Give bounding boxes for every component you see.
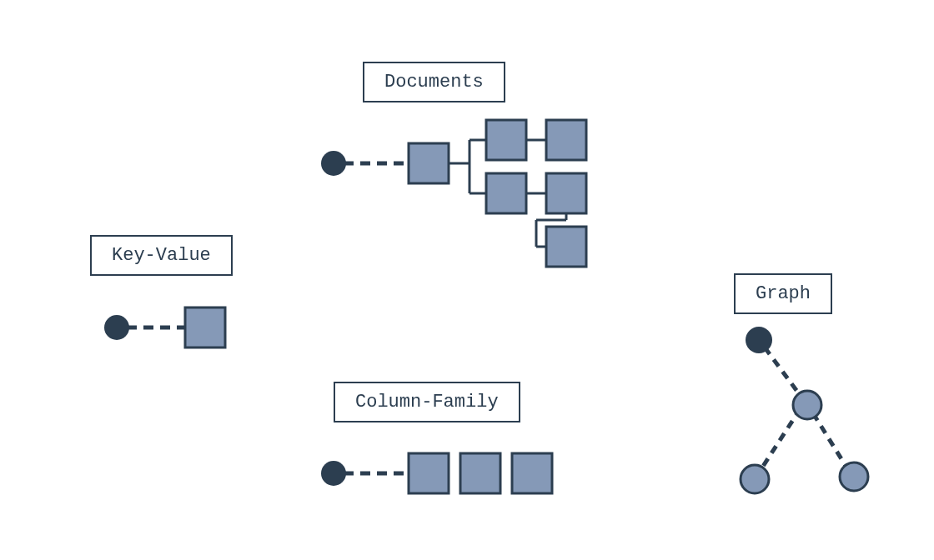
svg-rect-27 bbox=[512, 453, 552, 493]
svg-rect-18 bbox=[546, 227, 586, 267]
svg-rect-26 bbox=[460, 453, 500, 493]
svg-point-4 bbox=[321, 151, 346, 176]
svg-point-33 bbox=[741, 465, 769, 493]
svg-line-30 bbox=[813, 413, 847, 468]
graph-label: Graph bbox=[734, 273, 832, 314]
documents-diagram bbox=[321, 120, 586, 267]
key-value-diagram bbox=[104, 308, 225, 348]
svg-rect-2 bbox=[185, 308, 225, 348]
key-value-label: Key-Value bbox=[90, 235, 233, 276]
column-family-diagram bbox=[321, 453, 552, 493]
svg-rect-16 bbox=[546, 120, 586, 160]
svg-rect-17 bbox=[546, 173, 586, 213]
svg-rect-25 bbox=[409, 453, 449, 493]
svg-point-32 bbox=[793, 391, 821, 419]
svg-line-28 bbox=[765, 348, 803, 399]
column-family-label: Column-Family bbox=[334, 382, 520, 422]
documents-label: Documents bbox=[363, 62, 505, 102]
svg-point-1 bbox=[104, 315, 129, 340]
svg-line-29 bbox=[761, 408, 801, 470]
svg-rect-5 bbox=[409, 143, 449, 183]
svg-point-24 bbox=[321, 461, 346, 486]
svg-rect-12 bbox=[486, 120, 526, 160]
svg-rect-13 bbox=[486, 173, 526, 213]
graph-diagram bbox=[741, 327, 868, 493]
svg-point-31 bbox=[746, 327, 772, 353]
svg-point-34 bbox=[840, 462, 868, 491]
